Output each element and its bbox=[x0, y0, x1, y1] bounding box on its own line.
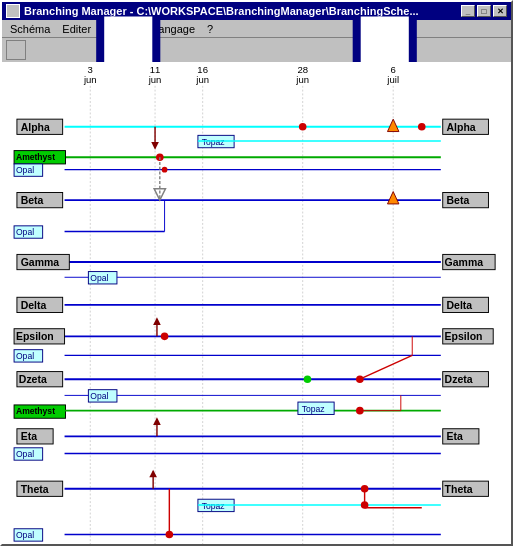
svg-text:Theta: Theta bbox=[445, 484, 473, 495]
svg-text:Amethyst: Amethyst bbox=[16, 406, 55, 416]
svg-text:juil: juil bbox=[386, 74, 399, 85]
svg-text:Gamma: Gamma bbox=[21, 257, 60, 268]
svg-text:Gamma: Gamma bbox=[445, 257, 484, 268]
svg-text:Opal: Opal bbox=[16, 227, 34, 237]
svg-text:Theta: Theta bbox=[21, 484, 49, 495]
svg-rect-12 bbox=[12, 62, 501, 544]
chart-area: 3 jun 11 jun 16 jun 28 jun 6 juil bbox=[2, 62, 511, 544]
svg-text:Delta: Delta bbox=[447, 300, 473, 311]
svg-text:Opal: Opal bbox=[16, 530, 34, 540]
svg-text:jun: jun bbox=[83, 74, 97, 85]
toolbar-calendar-icon[interactable] bbox=[6, 40, 26, 60]
svg-text:Amethyst: Amethyst bbox=[16, 152, 55, 162]
svg-text:Alpha: Alpha bbox=[21, 122, 50, 133]
svg-point-78 bbox=[161, 333, 169, 341]
svg-text:Opal: Opal bbox=[16, 165, 34, 175]
svg-text:jun: jun bbox=[148, 74, 162, 85]
svg-text:Eta: Eta bbox=[21, 431, 37, 442]
svg-point-31 bbox=[299, 123, 307, 131]
svg-point-33 bbox=[418, 123, 426, 131]
svg-text:Opal: Opal bbox=[90, 391, 108, 401]
svg-text:Opal: Opal bbox=[16, 449, 34, 459]
svg-text:jun: jun bbox=[195, 74, 209, 85]
svg-text:Dzeta: Dzeta bbox=[445, 374, 473, 385]
svg-text:jun: jun bbox=[295, 74, 309, 85]
main-window: Branching Manager - C:\WORKSPACE\Branchi… bbox=[0, 0, 513, 546]
svg-point-130 bbox=[361, 501, 369, 509]
svg-text:Topaz: Topaz bbox=[302, 404, 325, 414]
svg-text:Epsilon: Epsilon bbox=[16, 331, 54, 342]
svg-text:Alpha: Alpha bbox=[447, 122, 476, 133]
svg-text:Delta: Delta bbox=[21, 300, 47, 311]
svg-text:Epsilon: Epsilon bbox=[445, 331, 483, 342]
svg-text:Opal: Opal bbox=[90, 273, 108, 283]
svg-text:Topaz: Topaz bbox=[202, 501, 225, 511]
svg-point-87 bbox=[304, 375, 312, 383]
chart-content: 3 jun 11 jun 16 jun 28 jun 6 juil bbox=[2, 62, 511, 544]
svg-text:Beta: Beta bbox=[21, 195, 44, 206]
toolbar bbox=[2, 38, 511, 62]
svg-point-46 bbox=[162, 167, 168, 173]
svg-text:Dzeta: Dzeta bbox=[19, 374, 47, 385]
svg-text:Opal: Opal bbox=[16, 351, 34, 361]
svg-text:Topaz: Topaz bbox=[202, 137, 225, 147]
svg-text:Eta: Eta bbox=[447, 431, 463, 442]
svg-text:Beta: Beta bbox=[447, 195, 470, 206]
